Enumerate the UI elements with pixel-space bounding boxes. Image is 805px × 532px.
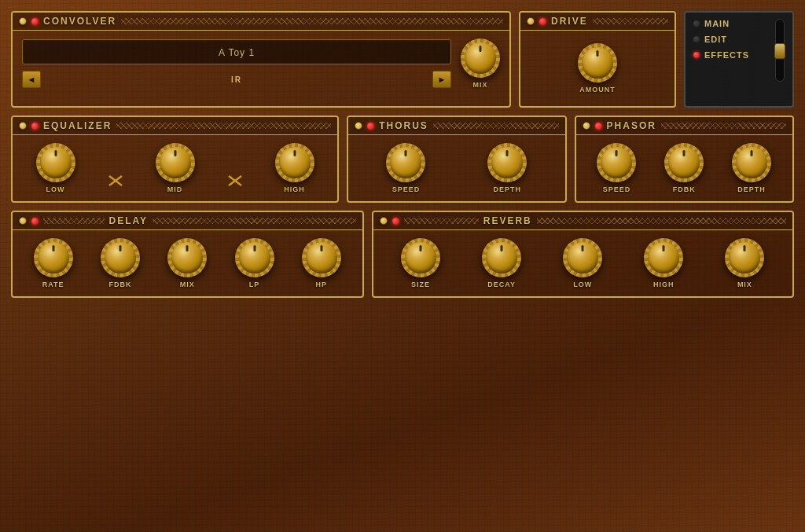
reverb-panel: REVERB SIZE DECAY: [372, 211, 794, 298]
reverb-decay-container: DECAY: [482, 238, 521, 288]
reverb-high-label: HIGH: [653, 281, 675, 288]
reverb-mix-container: MIX: [725, 238, 764, 288]
drive-amount-knob-inner: [582, 47, 613, 79]
nav-edit-label: EDIT: [704, 35, 727, 44]
drive-connector: [527, 17, 535, 25]
drive-amount-knob[interactable]: [578, 43, 617, 83]
thorus-title: THORUS: [379, 120, 428, 131]
phasor-connector: [583, 122, 590, 130]
drive-header: DRIVE: [520, 13, 675, 31]
delay-hp-knob[interactable]: [302, 238, 341, 277]
delay-lp-knob-inner: [239, 242, 270, 273]
reverb-decay-label: DECAY: [487, 281, 516, 288]
delay-mix-label: MIX: [180, 281, 195, 288]
reverb-size-knob-inner: [405, 242, 436, 273]
delay-hp-knob-inner: [306, 242, 337, 273]
nav-slider-thumb[interactable]: [774, 43, 785, 59]
phasor-speed-container: SPEED: [597, 143, 636, 193]
phasor-fdbk-container: FDBK: [664, 143, 704, 193]
reverb-size-knob[interactable]: [401, 238, 440, 277]
delay-lp-label: LP: [249, 281, 260, 288]
convolver-left: A Toy 1 ◄ IR ►: [22, 39, 451, 88]
delay-led: [31, 218, 39, 225]
thorus-speed-container: SPEED: [386, 143, 425, 193]
thorus-speed-knob-inner: [390, 147, 421, 178]
convolver-mix-knob-container: MIX: [461, 39, 500, 89]
thorus-deco: [433, 123, 559, 129]
nav-effects-led: [693, 52, 700, 58]
drive-title: DRIVE: [551, 16, 588, 27]
reverb-size-label: SIZE: [411, 281, 430, 288]
drive-amount-knob-container: AMOUNT: [578, 43, 617, 94]
reverb-high-knob-inner: [648, 242, 679, 273]
thorus-depth-container: DEPTH: [487, 143, 527, 193]
eq-cross-1-icon: [108, 174, 123, 187]
ir-next-button[interactable]: ►: [432, 71, 451, 88]
delay-lp-knob[interactable]: [235, 238, 274, 277]
nav-effects-item[interactable]: EFFECTS: [693, 50, 769, 60]
bottom-row: DELAY RATE FDBK: [11, 211, 794, 298]
ir-display-text: A Toy 1: [219, 47, 255, 58]
reverb-size-container: SIZE: [401, 238, 440, 288]
reverb-decay-knob-inner: [486, 242, 517, 273]
delay-lp-container: LP: [235, 238, 274, 288]
eq-low-knob-inner: [40, 147, 72, 178]
convolver-header: CONVOLVER: [13, 13, 509, 31]
delay-hp-label: HP: [316, 281, 328, 288]
equalizer-panel: EQUALIZER LOW: [11, 116, 339, 203]
delay-knobs-row: RATE FDBK MIX: [13, 230, 362, 296]
reverb-title: REVERB: [483, 215, 532, 226]
nav-effects-label: EFFECTS: [704, 50, 749, 60]
eq-connector: [19, 122, 27, 130]
eq-title: EQUALIZER: [43, 120, 112, 131]
delay-mix-knob[interactable]: [167, 238, 207, 277]
nav-slider-track[interactable]: [775, 19, 785, 82]
reverb-low-label: LOW: [573, 281, 592, 288]
delay-fdbk-knob[interactable]: [101, 238, 140, 277]
ir-prev-button[interactable]: ◄: [22, 71, 41, 88]
eq-knobs-row: LOW MID: [13, 135, 337, 201]
nav-slider-area: [775, 19, 785, 100]
thorus-depth-knob[interactable]: [487, 143, 527, 182]
delay-rate-container: RATE: [34, 238, 73, 288]
eq-mid-knob[interactable]: [156, 143, 195, 182]
eq-low-label: LOW: [46, 185, 65, 193]
drive-amount-label: AMOUNT: [579, 86, 616, 94]
nav-edit-led: [693, 36, 700, 42]
phasor-panel: PHASOR SPEED FDBK: [575, 116, 794, 203]
delay-fdbk-knob-inner: [105, 242, 136, 273]
convolver-mix-knob[interactable]: [461, 39, 500, 78]
thorus-speed-label: SPEED: [392, 185, 421, 193]
reverb-mix-knob[interactable]: [725, 238, 764, 277]
phasor-header: PHASOR: [576, 117, 792, 135]
eq-mid-container: MID: [156, 143, 195, 193]
reverb-mix-label: MIX: [737, 281, 752, 288]
eq-deco: [116, 123, 331, 129]
phasor-depth-container: DEPTH: [732, 143, 771, 193]
drive-deco: [593, 18, 668, 24]
reverb-deco-left: [404, 218, 479, 224]
thorus-speed-knob[interactable]: [386, 143, 425, 182]
thorus-panel: THORUS SPEED DEPTH: [347, 116, 566, 203]
reverb-high-knob[interactable]: [644, 238, 683, 277]
phasor-deco: [661, 123, 786, 129]
reverb-decay-knob[interactable]: [482, 238, 521, 277]
delay-rate-knob[interactable]: [34, 238, 73, 277]
nav-edit-item[interactable]: EDIT: [693, 35, 769, 44]
delay-fdbk-label: FDBK: [108, 281, 131, 288]
phasor-depth-knob[interactable]: [732, 143, 771, 182]
convolver-content: A Toy 1 ◄ IR ► MIX: [13, 31, 509, 97]
nav-main-item[interactable]: MAIN: [693, 19, 769, 28]
reverb-knobs-row: SIZE DECAY LOW: [373, 230, 792, 296]
eq-low-knob[interactable]: [36, 143, 75, 182]
phasor-speed-label: SPEED: [603, 185, 631, 193]
reverb-low-knob[interactable]: [563, 238, 602, 277]
phasor-knobs-row: SPEED FDBK DEPTH: [576, 135, 792, 201]
connector-icon: [19, 17, 27, 25]
reverb-low-container: LOW: [563, 238, 602, 288]
thorus-led: [367, 123, 374, 130]
phasor-speed-knob[interactable]: [597, 143, 636, 182]
eq-high-knob[interactable]: [275, 143, 314, 182]
phasor-title: PHASOR: [607, 120, 656, 131]
phasor-fdbk-knob[interactable]: [664, 143, 704, 182]
